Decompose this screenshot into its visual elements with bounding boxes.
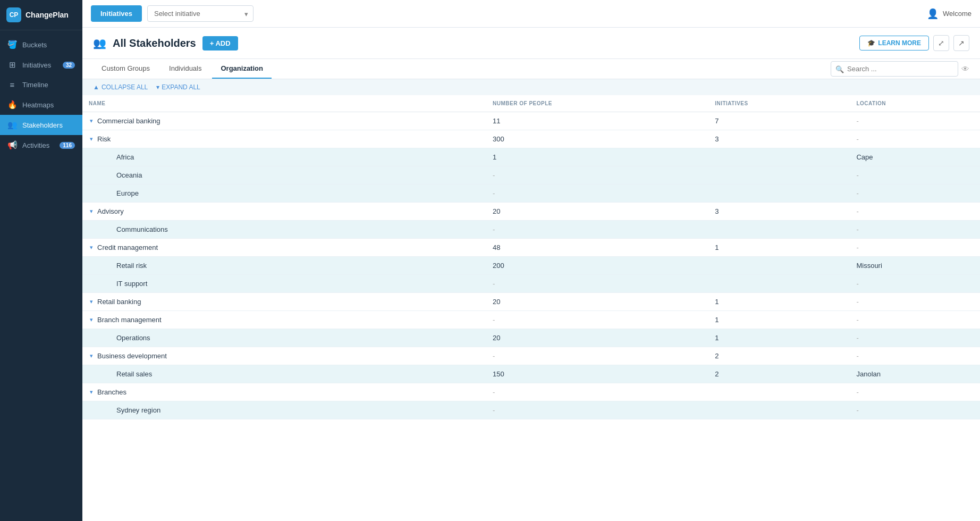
cell-location: - [850,311,980,329]
select-initiative[interactable]: Select initiative [147,5,254,22]
expand-row-button[interactable]: ▾ [89,136,94,142]
search-input-wrapper: 🔍 [831,61,958,77]
expand-icon-button[interactable]: ⤢ [933,35,949,51]
sidebar-item-buckets[interactable]: 🪣 Buckets [0,35,82,55]
main-content: Initiatives Select initiative 👤 Welcome … [82,0,980,521]
cell-name: ▾Commercial banking [82,112,486,130]
sidebar: CP ChangePlan 🪣 Buckets ⊞ Initiatives 32… [0,0,82,521]
row-name: Risk [97,135,111,143]
row-name: Europe [116,189,139,197]
table-row[interactable]: ▾Advisory203- [82,203,980,221]
cell-name: Sydney region [82,401,486,419]
learn-more-label: LEARN MORE [878,39,921,47]
table-row[interactable]: Communications-- [82,221,980,239]
row-name: Branches [97,388,126,396]
expand-all-button[interactable]: ▾ EXPAND ALL [156,83,200,91]
sidebar-item-label: Buckets [22,41,75,49]
cell-name: Africa [82,148,486,166]
add-button[interactable]: + ADD [202,36,238,51]
col-header-number_of_people: NUMBER OF PEOPLE [486,95,708,112]
table-row[interactable]: Sydney region-- [82,401,980,419]
table-row[interactable]: ▾Branch management-1- [82,311,980,329]
collapse-icon: ▲ [93,83,99,91]
search-input[interactable] [831,61,958,77]
sidebar-item-initiatives[interactable]: ⊞ Initiatives 32 [0,55,82,75]
external-link-button[interactable]: ↗ [953,35,969,51]
row-name: IT support [116,280,147,288]
cell-initiatives [708,221,850,239]
visibility-toggle-button[interactable]: 👁 [961,64,969,73]
table-row[interactable]: Retail risk200Missouri [82,257,980,275]
cell-initiatives [708,148,850,166]
table-row[interactable]: ▾Risk3003- [82,130,980,148]
expand-row-button[interactable]: ▾ [89,244,94,251]
sidebar-item-heatmaps[interactable]: 🔥 Heatmaps [0,95,82,115]
table-row[interactable]: Oceania-- [82,166,980,184]
table-row[interactable]: Europe-- [82,184,980,203]
cell-people: - [486,166,708,184]
search-wrapper: 🔍 👁 [831,61,969,77]
row-name: Commercial banking [97,117,160,125]
sidebar-item-label: Timeline [22,81,75,89]
sidebar-item-activities[interactable]: 📢 Activities 116 [0,135,82,155]
search-icon: 🔍 [835,65,844,73]
expand-row-button[interactable]: ▾ [89,298,94,305]
cell-location: - [850,293,980,311]
cell-initiatives: 7 [708,112,850,130]
cell-name: ▾Advisory [82,203,486,221]
app-logo[interactable]: CP ChangePlan [0,0,82,30]
expand-row-button[interactable]: ▾ [89,352,94,359]
cell-name: ▾Credit management [82,239,486,257]
logo-icon: CP [6,7,21,22]
tab-custom-groups[interactable]: Custom Groups [93,59,158,79]
cell-initiatives [708,401,850,419]
header-actions: 🎓 LEARN MORE ⤢ ↗ [859,35,969,51]
table-row[interactable]: ▾Business development-2- [82,347,980,365]
row-name: Oceania [116,171,142,179]
content-header: 👥 All Stakeholders + ADD 🎓 LEARN MORE ⤢ … [82,28,980,59]
col-header-location: LOCATION [850,95,980,112]
expand-row-button[interactable]: ▾ [89,389,94,396]
row-name: Sydney region [116,406,160,414]
table-row[interactable]: ▾Credit management481- [82,239,980,257]
table-row[interactable]: IT support-- [82,275,980,293]
table-row[interactable]: Retail sales1502Janolan [82,365,980,383]
cell-name: Communications [82,221,486,239]
table-row[interactable]: ▾Commercial banking117- [82,112,980,130]
cell-people: 20 [486,293,708,311]
cell-people: 48 [486,239,708,257]
cell-people: 11 [486,112,708,130]
cell-location: - [850,401,980,419]
learn-more-button[interactable]: 🎓 LEARN MORE [859,36,929,51]
cell-location: - [850,130,980,148]
cell-location: - [850,275,980,293]
cell-location: - [850,347,980,365]
cell-location: - [850,221,980,239]
tab-organization[interactable]: Organization [212,59,271,79]
cell-location: Missouri [850,257,980,275]
sidebar-item-stakeholders[interactable]: 👥 Stakeholders [0,115,82,135]
cell-initiatives: 1 [708,239,850,257]
expand-row-button[interactable]: ▾ [89,208,94,215]
table-row[interactable]: Operations201- [82,329,980,347]
sidebar-item-label: Initiatives [22,61,57,69]
sidebar-item-timeline[interactable]: ≡ Timeline [0,75,82,95]
row-name: Retail sales [116,370,152,378]
expand-row-button[interactable]: ▾ [89,316,94,323]
table-row[interactable]: ▾Retail banking201- [82,293,980,311]
collapse-all-button[interactable]: ▲ COLLAPSE ALL [93,83,148,91]
table-header: NAMENUMBER OF PEOPLEINITIATIVESLOCATION [82,95,980,112]
sidebar-badge-initiatives: 32 [63,62,75,69]
sidebar-nav: 🪣 Buckets ⊞ Initiatives 32 ≡ Timeline 🔥 … [0,30,82,155]
table-row[interactable]: ▾Branches-- [82,383,980,401]
select-initiative-wrapper: Select initiative [147,5,254,22]
table-row[interactable]: Africa1Cape [82,148,980,166]
cell-name: ▾Branch management [82,311,486,329]
expand-row-button[interactable]: ▾ [89,117,94,124]
cell-name: Europe [82,184,486,203]
cell-name: ▾Retail banking [82,293,486,311]
initiatives-button[interactable]: Initiatives [91,5,142,22]
tab-individuals[interactable]: Individuals [160,59,210,79]
cell-people: 1 [486,148,708,166]
collapse-all-label: COLLAPSE ALL [102,83,148,91]
